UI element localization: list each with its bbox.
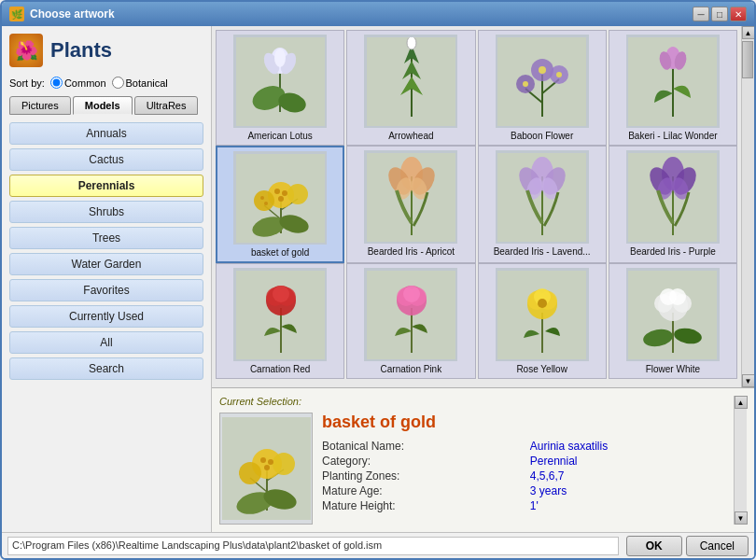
plant-name-bearded-iris-purple: Bearded Iris - Purple: [630, 246, 716, 257]
detail-scroll-track: [735, 409, 747, 511]
svg-point-7: [274, 49, 286, 67]
plant-name-bearded-iris-apricot: Bearded Iris - Apricot: [368, 246, 455, 257]
tab-models[interactable]: Models: [73, 96, 133, 115]
detail-area: Current Selection:: [212, 387, 754, 532]
plant-thumb-bearded-iris-lavender: [496, 150, 589, 244]
detail-key-zones: Planting Zones:: [322, 469, 521, 483]
plant-cell-bearded-iris-purple[interactable]: Bearded Iris - Purple: [609, 146, 737, 263]
scrollbar: ▲ ▼: [741, 26, 754, 387]
plant-thumb-american-lotus: [233, 35, 327, 128]
plant-svg-rose-yellow: [497, 271, 586, 359]
plant-svg-american-lotus: [236, 37, 325, 126]
plant-name-carnation-pink: Carnation Pink: [381, 364, 442, 374]
plant-cell-carnation-red[interactable]: Carnation Red: [216, 263, 344, 379]
plant-svg-basket-of-gold: [236, 154, 325, 243]
window-body: 🌺 Plants Sort by: Common Botanical Pictu…: [2, 26, 754, 532]
detail-plant-svg: [222, 417, 311, 520]
tabs-row: Pictures Models UltraRes: [9, 96, 203, 115]
plant-name-arrowhead: Arrowhead: [388, 131, 433, 141]
plant-name-flower-white: Flower White: [646, 364, 700, 374]
scroll-thumb[interactable]: [742, 41, 753, 78]
svg-point-100: [273, 453, 295, 475]
plant-cell-bearded-iris-apricot[interactable]: Bearded Iris - Apricot: [346, 146, 475, 263]
ok-button[interactable]: OK: [626, 536, 682, 556]
svg-point-13: [407, 37, 416, 49]
scroll-up-button[interactable]: ▲: [742, 26, 755, 39]
detail-key-height: Mature Height:: [322, 499, 521, 512]
close-button[interactable]: ✕: [730, 7, 747, 21]
category-all[interactable]: All: [9, 331, 203, 354]
svg-point-99: [239, 462, 261, 484]
sort-botanical-radio[interactable]: [112, 77, 124, 89]
category-search[interactable]: Search: [9, 357, 203, 380]
tab-ultrares[interactable]: UltraRes: [134, 96, 199, 115]
plant-name-basket-of-gold: basket of gold: [251, 247, 309, 258]
plant-cell-bearded-iris-lavender[interactable]: Bearded Iris - Lavend...: [478, 146, 607, 263]
category-cactus[interactable]: Cactus: [9, 148, 203, 171]
detail-key-botanical: Botanical Name:: [322, 440, 521, 453]
plant-cell-flower-white[interactable]: Flower White: [609, 263, 737, 379]
svg-point-37: [287, 184, 308, 204]
svg-point-41: [260, 196, 264, 200]
detail-scrollbar: ▲ ▼: [734, 396, 747, 525]
category-perennials[interactable]: Perennials: [9, 175, 203, 197]
cancel-button[interactable]: Cancel: [686, 536, 749, 556]
plant-thumb-carnation-pink: [364, 268, 457, 361]
detail-key-age: Mature Age:: [322, 484, 521, 497]
plant-cell-american-lotus[interactable]: American Lotus: [216, 30, 344, 146]
detail-scroll-down[interactable]: ▼: [735, 511, 748, 525]
title-controls: ─ □ ✕: [693, 7, 747, 21]
svg-point-23: [556, 72, 562, 77]
plant-name-bearded-iris-lavender: Bearded Iris - Lavend...: [494, 246, 591, 257]
detail-wrapper: Current Selection:: [219, 396, 724, 525]
detail-val-zones: 4,5,6,7: [530, 469, 724, 483]
detail-scroll-up[interactable]: ▲: [735, 396, 748, 409]
plant-grid-row3: Carnation Red: [216, 263, 737, 379]
plant-thumb-flower-white: [626, 268, 720, 361]
detail-table: Botanical Name: Aurinia saxatilis Catego…: [322, 440, 724, 512]
main-window: 🌿 Choose artwork ─ □ ✕ 🌺 Plants Sort by:…: [0, 0, 756, 560]
svg-point-82: [538, 299, 547, 308]
category-shrubs[interactable]: Shrubs: [9, 201, 203, 223]
grid-scroll-wrapper: American Lotus: [212, 26, 754, 387]
plant-name-rose-yellow: Rose Yellow: [516, 364, 567, 374]
category-favorites[interactable]: Favorites: [9, 279, 203, 301]
svg-point-75: [403, 286, 420, 302]
plant-name-carnation-red: Carnation Red: [250, 364, 310, 374]
plant-cell-basket-of-gold[interactable]: basket of gold: [216, 146, 344, 263]
sort-common-radio[interactable]: [50, 77, 63, 89]
detail-plant-name: basket of gold: [322, 413, 724, 432]
category-trees[interactable]: Trees: [9, 227, 203, 249]
maximize-button[interactable]: □: [711, 7, 728, 21]
minimize-button[interactable]: ─: [693, 7, 709, 21]
tab-pictures[interactable]: Pictures: [9, 96, 71, 115]
plant-thumb-arrowhead: [364, 35, 457, 128]
sort-common-label[interactable]: Common: [50, 77, 106, 89]
plant-cell-arrowhead[interactable]: Arrowhead: [346, 30, 475, 146]
detail-val-botanical: Aurinia saxatilis: [530, 440, 724, 453]
plant-cell-rose-yellow[interactable]: Rose Yellow: [478, 263, 607, 379]
plant-svg-bearded-iris-purple: [628, 153, 717, 242]
scroll-down-button[interactable]: ▼: [742, 374, 755, 387]
plant-grid-row2: basket of gold: [216, 146, 737, 263]
svg-point-89: [669, 288, 686, 305]
sort-botanical-label[interactable]: Botanical: [112, 77, 168, 89]
plant-svg-flower-white: [628, 271, 717, 359]
svg-point-42: [264, 202, 268, 205]
detail-val-age: 3 years: [530, 484, 724, 497]
plant-cell-carnation-pink[interactable]: Carnation Pink: [346, 263, 475, 379]
plant-svg-bearded-iris-apricot: [367, 153, 455, 242]
svg-point-38: [274, 189, 280, 194]
plant-cell-bakeri[interactable]: Bakeri - Lilac Wonder: [609, 30, 737, 146]
status-path: C:\Program Files (x86)\Realtime Landscap…: [7, 537, 619, 555]
plant-svg-carnation-pink: [367, 271, 455, 359]
sort-botanical-text: Botanical: [126, 77, 168, 89]
plant-cell-baboon-flower[interactable]: Baboon Flower: [478, 30, 607, 146]
category-annuals[interactable]: Annuals: [9, 122, 203, 145]
category-currently-used[interactable]: Currently Used: [9, 305, 203, 328]
svg-point-39: [282, 190, 287, 196]
sidebar: 🌺 Plants Sort by: Common Botanical Pictu…: [2, 26, 212, 532]
category-water-garden[interactable]: Water Garden: [9, 253, 203, 275]
svg-point-36: [254, 190, 274, 211]
plant-thumb-bearded-iris-purple: [626, 150, 720, 244]
